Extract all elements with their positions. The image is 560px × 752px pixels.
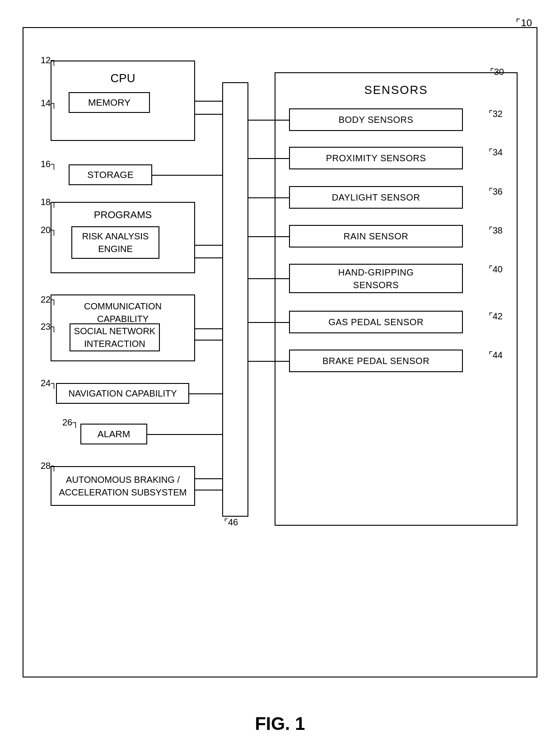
proximity-sensors-box: PROXIMITY SENSORS <box>289 147 463 169</box>
storage-box: STORAGE <box>69 164 152 185</box>
ref-14: 14┐ <box>41 98 57 108</box>
brake-pedal-label: BRAKE PEDAL SENSOR <box>322 356 429 366</box>
gas-pedal-box: GAS PEDAL SENSOR <box>289 311 463 333</box>
hand-hline <box>248 278 290 279</box>
ref-24: 24┐ <box>41 378 57 388</box>
navigation-box: NAVIGATION CAPABILITY <box>56 383 189 404</box>
rain-sensor-box: RAIN SENSOR <box>289 225 463 248</box>
sensors-outer-box: SENSORS <box>275 72 518 526</box>
storage-label: STORAGE <box>87 169 133 180</box>
risk-analysis-label: RISK ANALYSISENGINE <box>82 230 149 255</box>
ref-36: ⌜36 <box>489 186 503 197</box>
brake-hline <box>248 361 290 362</box>
ref-40: ⌜40 <box>489 264 503 275</box>
ref-28: 28┐ <box>41 461 57 471</box>
hand-gripping-label: HAND-GRIPPINGSENSORS <box>338 266 414 291</box>
cpu-label: CPU <box>111 71 135 85</box>
cpu-line <box>195 101 223 102</box>
memory-box: MEMORY <box>69 92 150 113</box>
daylight-hline <box>248 197 290 198</box>
communication-label: COMMUNICATIONCAPABILITY <box>84 300 162 325</box>
body-sensors-label: BODY SENSORS <box>339 115 414 125</box>
ref-38: ⌜38 <box>489 225 503 236</box>
auto-line1 <box>195 478 223 479</box>
navigation-label: NAVIGATION CAPABILITY <box>68 388 177 399</box>
bus-bar <box>222 82 248 517</box>
body-hline <box>248 120 290 121</box>
ref-12: 12┐ <box>41 55 57 65</box>
gas-hline <box>248 322 290 323</box>
page: ⌜10 CPU MEMORY 12┐ 14┐ STORAGE 16┐ <box>0 0 560 752</box>
programs-outer-box: PROGRAMS RISK ANALYSISENGINE <box>51 202 195 273</box>
social-network-label: SOCIAL NETWORKINTERACTION <box>74 325 155 350</box>
memory-line <box>195 114 223 115</box>
ref-20: 20┐ <box>41 225 57 235</box>
alarm-box: ALARM <box>80 424 147 444</box>
proximity-sensors-label: PROXIMITY SENSORS <box>326 153 426 163</box>
body-sensors-box: BODY SENSORS <box>289 108 463 131</box>
rain-sensor-label: RAIN SENSOR <box>344 231 408 242</box>
fig-label: FIG. 1 <box>255 714 305 734</box>
brake-pedal-box: BRAKE PEDAL SENSOR <box>289 350 463 372</box>
programs-line2 <box>195 257 223 258</box>
proximity-hline <box>248 158 290 159</box>
ref-22: 22┐ <box>41 294 57 305</box>
main-diagram-box: CPU MEMORY 12┐ 14┐ STORAGE 16┐ PROGRAMS … <box>23 27 537 677</box>
cpu-outer-box: CPU MEMORY <box>51 61 195 141</box>
gas-pedal-label: GAS PEDAL SENSOR <box>328 317 424 327</box>
ref-16: 16┐ <box>41 159 57 169</box>
ref-42: ⌜42 <box>489 311 503 322</box>
auto-line2 <box>195 490 223 490</box>
rain-hline <box>248 236 290 237</box>
ref-18: 18┐ <box>41 197 57 207</box>
communication-outer-box: COMMUNICATIONCAPABILITY SOCIAL NETWORKIN… <box>51 294 195 361</box>
alarm-line <box>147 434 223 435</box>
daylight-sensor-label: DAYLIGHT SENSOR <box>332 192 420 203</box>
autonomous-label: AUTONOMOUS BRAKING /ACCELERATION SUBSYST… <box>59 473 187 499</box>
ref-46: ⌜46 <box>224 517 238 528</box>
memory-label: MEMORY <box>88 97 131 108</box>
risk-line <box>195 245 223 246</box>
nav-line <box>189 393 223 394</box>
social-network-box: SOCIAL NETWORKINTERACTION <box>70 323 160 351</box>
daylight-sensor-box: DAYLIGHT SENSOR <box>289 186 463 209</box>
comm-line <box>195 328 223 329</box>
risk-analysis-box: RISK ANALYSISENGINE <box>71 226 159 259</box>
storage-line <box>152 175 223 176</box>
sensors-title: SENSORS <box>364 83 428 97</box>
ref-23: 23┐ <box>41 322 57 332</box>
ref-34: ⌜34 <box>489 147 503 158</box>
ref-30: ⌜30 <box>490 66 504 77</box>
ref-26: 26┐ <box>62 417 79 428</box>
hand-gripping-box: HAND-GRIPPINGSENSORS <box>289 264 463 293</box>
programs-label: PROGRAMS <box>94 209 152 221</box>
ref-44: ⌜44 <box>489 350 503 360</box>
ref-32: ⌜32 <box>489 108 503 119</box>
comm-line2 <box>195 340 223 341</box>
alarm-label: ALARM <box>98 429 130 439</box>
autonomous-outer-box: AUTONOMOUS BRAKING /ACCELERATION SUBSYST… <box>51 466 195 506</box>
